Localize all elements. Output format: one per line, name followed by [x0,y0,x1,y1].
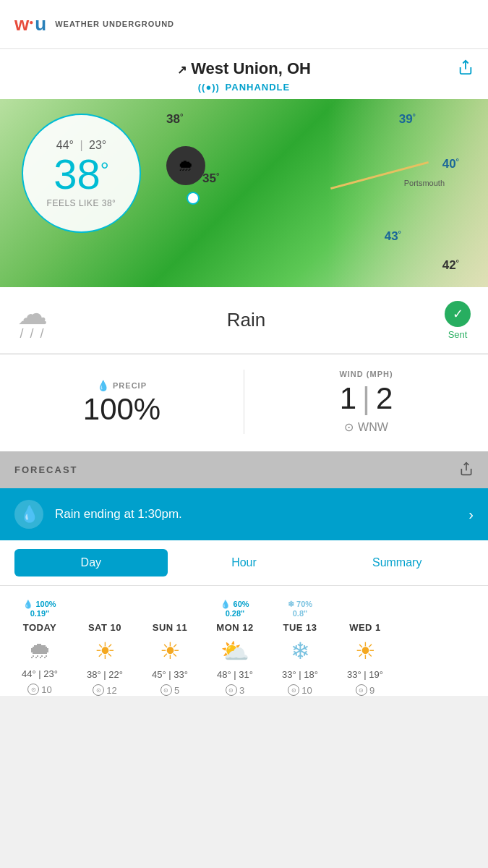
share-button-top[interactable] [458,59,474,80]
precip-value: 100% [83,394,160,425]
day-sun: SUN 11 ☀ 45° | 33° ⊙ 5 [137,597,202,696]
wed-wind: ⊙ 9 [356,684,374,696]
logo-dot-red: ● [29,18,33,26]
today-wind: ⊙ 10 [27,684,51,695]
sat-icon: ☀ [95,637,116,665]
rain-banner-text: Rain ending at 1:30pm. [55,507,457,522]
sun-icon: ☀ [160,637,181,665]
rain-banner[interactable]: 💧 Rain ending at 1:30pm. › [0,488,488,540]
today-name: TODAY [23,622,57,633]
hi-lo-display: 44° | 23° [56,139,106,152]
wed-name: WED 1 [349,622,381,633]
today-precip: 💧 100% 0.19" [23,597,56,618]
sat-wind: ⊙ 12 [93,684,116,696]
sun-name: SUN 11 [153,622,188,633]
daily-forecast: 💧 100% 0.19" TODAY 🌧 44° | 23° ⊙ 10 SAT … [0,586,488,696]
cloud-icon: ☁ [17,299,48,329]
logo-u: u [35,13,46,35]
map-temp-4: 43° [385,229,401,244]
mon-precip: 💧 60% 0.28" [221,597,249,618]
wind-arrow-icon: ⊙ [27,684,39,695]
condition-label: Rain [48,309,445,331]
wind-arrow-icon-tue: ⊙ [288,684,299,696]
sat-hi-lo: 38° | 22° [87,669,123,680]
wind-dir-icon: ⊙ [344,420,354,434]
daily-scroll: 💧 100% 0.19" TODAY 🌧 44° | 23° ⊙ 10 SAT … [0,597,488,696]
tab-hour[interactable]: Hour [168,549,321,576]
precip-dot-icon: 💧 [97,380,110,391]
wind-hi: 2 [376,381,393,416]
wind-arrow-icon-sat: ⊙ [93,684,104,696]
wind-block: WIND (MPH) 1 | 2 ⊙ WNW [244,370,488,434]
logo-w: w [14,13,29,35]
temp-circle: 44° | 23° 38 ° FEELS LIKE 38° [22,114,141,233]
condition-icon-area: ☁ / / / [17,299,48,341]
wind-values: 1 | 2 [340,381,393,416]
tab-day[interactable]: Day [14,549,168,576]
location-bar: ↗ West Union, OH ((●)) PANHANDLE [0,49,488,99]
forecast-tabs: Day Hour Summary [0,540,488,586]
map-temp-2: 39° [399,112,416,127]
sun-wind: ⊙ 5 [160,684,179,696]
weather-pin: 🌧 [166,146,205,185]
wind-lo: 1 [340,381,356,416]
day-tue: ❄ 70% 0.8" TUE 13 ❄ 33° | 18° ⊙ 10 [267,597,333,696]
map-temp-3: 40° [442,157,459,171]
map-temp-5: 42° [442,258,459,273]
wind-arrow-icon-wed: ⊙ [356,684,367,696]
tue-icon: ❄ [291,637,310,665]
wind-dir-label: WNW [358,421,388,434]
station-row: ((●)) PANHANDLE [14,80,474,93]
temp-degree-symbol: ° [100,158,109,182]
mon-name: MON 12 [216,622,253,633]
wed-precip [364,597,366,618]
wed-icon: ☀ [355,637,376,665]
station-label: ((●)) PANHANDLE [198,82,290,93]
app-header: w ● u WEATHER UNDERGROUND [0,0,488,49]
rain-drop-icon: 💧 [20,505,39,524]
sat-precip [103,597,106,618]
stats-row: 💧 PRECIP 100% WIND (MPH) 1 | 2 ⊙ WNW [0,355,488,451]
sent-checkmark: ✓ [445,301,471,327]
weather-map: 38° 39° 40° 43° 42° 35° Portsmouth 🌧 44°… [0,99,488,287]
location-name: ↗ West Union, OH [14,59,474,78]
sat-name: SAT 10 [88,622,121,633]
day-wed: WED 1 ☀ 33° | 19° ⊙ 9 [333,597,398,696]
rain-banner-icon: 💧 [14,500,43,529]
banner-chevron-right-icon: › [468,506,474,523]
location-dot [187,192,200,205]
day-today: 💧 100% 0.19" TODAY 🌧 44° | 23° ⊙ 10 [7,597,72,696]
wind-arrow-icon-mon: ⊙ [226,684,237,696]
wind-arrow-icon-sun: ⊙ [160,684,172,696]
app-name: WEATHER UNDERGROUND [55,19,174,29]
mon-icon: ⛅ [221,637,249,665]
mon-wind: ⊙ 3 [226,684,244,696]
portsmouth-label: Portsmouth [404,179,445,187]
sent-area: ✓ Sent [445,301,471,340]
sun-precip [168,597,171,618]
precip-label: 💧 PRECIP [97,380,147,391]
location-arrow: ↗ [177,64,187,76]
app-logo: w ● u [14,13,46,35]
rain-drops-icon: / / / [20,326,45,341]
rain-cloud-icon: 🌧 [178,156,194,175]
tue-name: TUE 13 [283,622,317,633]
forecast-title: FORECAST [14,464,78,475]
tue-hi-lo: 33° | 18° [282,669,318,680]
hi-temp: 44° [56,139,74,151]
day-mon: 💧 60% 0.28" MON 12 ⛅ 48° | 31° ⊙ 3 [202,597,267,696]
current-temp-display: 38 ° [53,153,109,195]
map-temp-6: 35° [202,171,219,186]
today-icon: 🌧 [28,637,51,664]
mon-hi-lo: 48° | 31° [217,669,253,680]
wind-direction: ⊙ WNW [344,420,388,434]
tue-wind: ⊙ 10 [288,684,312,696]
feels-like: FEELS LIKE 38° [47,198,116,208]
forecast-share-button[interactable] [459,461,474,478]
station-icon: ((●)) [198,82,220,93]
map-temp-1: 38° [166,112,183,127]
wed-hi-lo: 33° | 19° [347,669,383,680]
sent-label: Sent [448,329,468,340]
tab-summary[interactable]: Summary [320,549,474,576]
tue-precip: ❄ 70% 0.8" [288,597,312,618]
